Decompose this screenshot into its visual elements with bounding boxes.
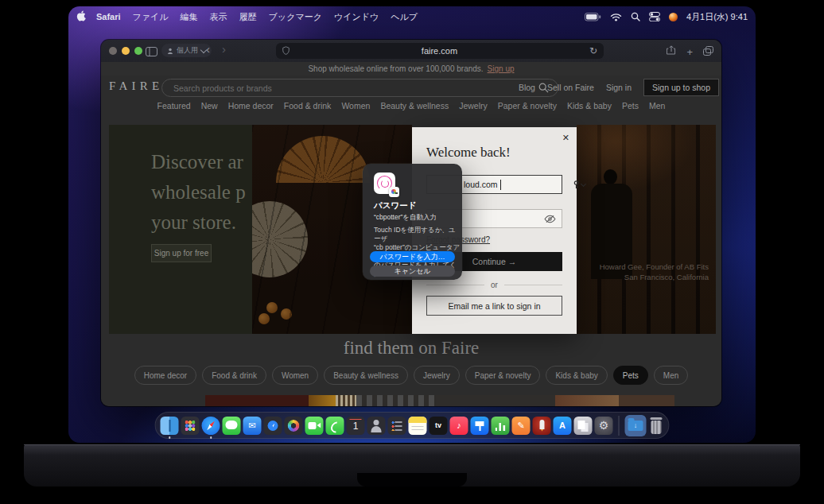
dock-launchpad-icon[interactable]	[181, 417, 200, 435]
zoom-window-button[interactable]	[134, 47, 142, 55]
nav-featured[interactable]: Featured	[157, 101, 191, 115]
dock-calendar-icon[interactable]: 1	[347, 417, 365, 435]
spotlight-search-icon[interactable]	[631, 12, 640, 21]
dock-phone-icon[interactable]	[326, 417, 344, 435]
dock-rocket-icon[interactable]	[533, 417, 551, 435]
forward-button[interactable]: ›	[222, 42, 226, 56]
battery-icon[interactable]	[585, 13, 601, 21]
product-thumb[interactable]	[555, 395, 619, 406]
tab-overview-icon[interactable]	[703, 45, 713, 59]
product-thumb[interactable]	[309, 395, 336, 406]
blog-link[interactable]: Blog	[519, 83, 535, 92]
site-search-bar[interactable]	[161, 79, 558, 97]
sign-up-to-shop-button[interactable]: Sign up to shop	[643, 79, 719, 96]
pill-food-drink[interactable]: Food & drink	[202, 366, 266, 385]
pill-pets-selected[interactable]: Pets	[613, 366, 648, 385]
status-orb-icon[interactable]	[669, 13, 678, 21]
nav-home-decor[interactable]: Home decor	[228, 101, 274, 115]
safari-profile-button[interactable]: 個人用	[161, 44, 212, 57]
menu-history[interactable]: 履歴	[239, 11, 257, 23]
nav-pets[interactable]: Pets	[622, 101, 639, 115]
dock-settings-icon[interactable]: ⚙	[595, 417, 613, 435]
dock-contacts-icon[interactable]	[367, 417, 386, 435]
email-link-signin-button[interactable]: Email me a link to sign in	[426, 296, 562, 316]
pill-paper-novelty[interactable]: Paper & novelty	[465, 366, 541, 385]
nav-new[interactable]: New	[201, 101, 218, 115]
pill-beauty-wellness[interactable]: Beauty & wellness	[324, 366, 408, 385]
dock-downloads-icon[interactable]	[625, 415, 647, 436]
dock-appstore-icon[interactable]: A	[554, 417, 572, 435]
menu-view[interactable]: 表示	[210, 11, 227, 23]
privacy-shield-icon[interactable]	[282, 46, 290, 56]
enter-password-button[interactable]: パスワードを入力…	[370, 251, 455, 262]
wifi-icon[interactable]	[610, 13, 622, 21]
nav-women[interactable]: Women	[341, 101, 370, 115]
dock-mail-icon[interactable]: ✉	[243, 417, 262, 435]
safari-toolbar: 個人用 ‹ › faire.com ↻ +	[101, 40, 721, 62]
close-icon[interactable]: ✕	[562, 133, 569, 143]
pill-kids-baby[interactable]: Kids & baby	[546, 366, 607, 385]
site-search-input[interactable]	[162, 83, 538, 93]
running-indicator	[210, 436, 212, 439]
address-bar[interactable]: faire.com ↻	[276, 43, 604, 59]
dock-photos-icon[interactable]	[285, 417, 303, 435]
nav-men[interactable]: Men	[649, 101, 665, 115]
dock-maps-icon[interactable]	[264, 417, 282, 435]
menu-bar-clock[interactable]: 4月1日(水) 9:41	[686, 11, 748, 23]
share-icon[interactable]	[667, 45, 676, 59]
nav-kids-baby[interactable]: Kids & baby	[567, 101, 612, 115]
reload-icon[interactable]: ↻	[589, 45, 597, 56]
product-thumb[interactable]	[436, 395, 555, 406]
menu-file[interactable]: ファイル	[133, 11, 169, 23]
show-password-eye-icon[interactable]	[544, 215, 556, 223]
dock-music-icon[interactable]: ♪	[450, 417, 468, 435]
pill-men[interactable]: Men	[654, 366, 688, 385]
close-window-button[interactable]	[109, 47, 117, 55]
sign-up-free-button[interactable]: Sign up for free	[151, 244, 212, 262]
menu-window[interactable]: ウインドウ	[334, 11, 379, 23]
product-thumb[interactable]	[619, 395, 674, 406]
dock-finder-icon[interactable]	[161, 417, 179, 435]
pill-home-decor[interactable]: Home decor	[134, 366, 196, 385]
dock-pages-icon[interactable]: ✎	[512, 417, 531, 435]
faire-logo[interactable]: FAIRE	[109, 79, 163, 93]
menu-bookmarks[interactable]: ブックマーク	[269, 11, 322, 23]
dock-trash-icon[interactable]	[649, 417, 664, 435]
cancel-button[interactable]: キャンセル	[370, 266, 455, 277]
product-thumb[interactable]	[336, 395, 356, 406]
dock-notes-icon[interactable]	[409, 417, 427, 435]
back-button[interactable]: ‹	[206, 42, 210, 56]
pill-women[interactable]: Women	[272, 366, 318, 385]
apple-menu-icon[interactable]	[76, 10, 86, 23]
dock-numbers-icon[interactable]	[492, 417, 510, 435]
dock-keynote-icon[interactable]	[471, 417, 489, 435]
menu-edit[interactable]: 編集	[181, 11, 198, 23]
product-thumb[interactable]	[674, 395, 721, 406]
sign-in-link[interactable]: Sign in	[606, 83, 632, 92]
new-tab-icon[interactable]: +	[686, 46, 693, 58]
dock-messages-icon[interactable]	[223, 417, 241, 435]
nav-jewelry[interactable]: Jewelry	[459, 101, 488, 115]
minimize-window-button[interactable]	[122, 47, 130, 55]
dock-facetime-icon[interactable]	[305, 417, 324, 435]
product-thumb[interactable]	[205, 395, 309, 406]
touch-id-dialog: パスワード “cbpotter”を自動入力 Touch IDを使用するか、ユーザ…	[363, 164, 462, 280]
dock-reminders-icon[interactable]	[388, 417, 406, 435]
nav-food-drink[interactable]: Food & drink	[284, 101, 332, 115]
pill-jewelry[interactable]: Jewelry	[414, 366, 460, 385]
password-autofill-key-icon[interactable]	[573, 180, 585, 189]
dock-tv-icon[interactable]: tv	[429, 417, 448, 435]
product-thumb[interactable]	[356, 395, 436, 406]
dock-documents-icon[interactable]	[574, 417, 593, 435]
control-center-icon[interactable]	[649, 12, 660, 21]
sell-on-faire-link[interactable]: Sell on Faire	[547, 83, 594, 92]
product-image-strip	[205, 395, 721, 406]
nav-beauty-wellness[interactable]: Beauty & wellness	[380, 101, 449, 115]
nav-paper-novelty[interactable]: Paper & novelty	[498, 101, 557, 115]
dock-safari-icon[interactable]	[202, 417, 220, 435]
banner-signup-link[interactable]: Sign up	[488, 64, 515, 73]
banner-text: Shop wholesale online from over 100,000 …	[308, 64, 483, 73]
sidebar-toggle-icon[interactable]	[146, 45, 157, 60]
menu-help[interactable]: ヘルプ	[391, 11, 418, 23]
menu-safari[interactable]: Safari	[96, 12, 121, 21]
